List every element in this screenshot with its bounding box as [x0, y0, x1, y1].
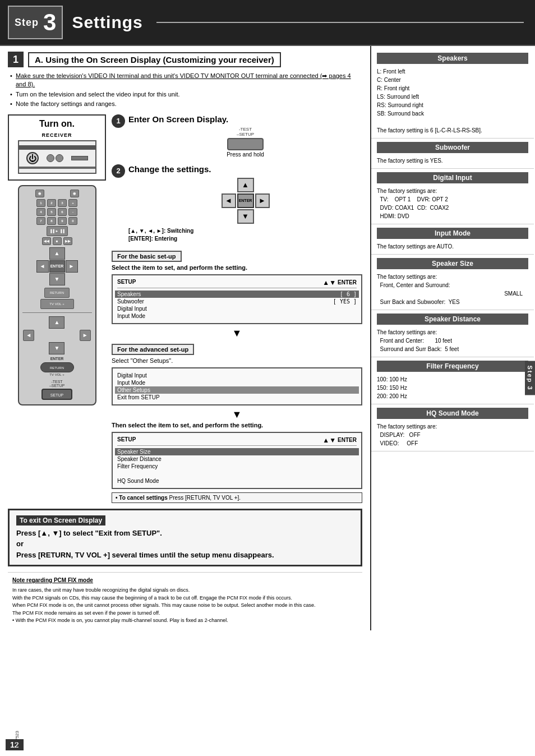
enter-label: ENTER: [22, 357, 92, 361]
adv-row-input-mode: Input Mode: [117, 379, 357, 386]
remote-btn[interactable]: 5: [47, 208, 56, 216]
nav-left-button[interactable]: ◄: [36, 260, 49, 273]
input-mode-label: Input Mode: [117, 313, 145, 319]
test-setup-label2: -TEST–SETUP: [128, 127, 362, 137]
turn-on-box: Turn on. RECEIVER ⏻: [8, 114, 106, 181]
step3-side-label: Step 3: [525, 361, 535, 395]
remote-btn[interactable]: -: [68, 208, 77, 216]
remote-btn[interactable]: ■: [53, 237, 62, 245]
power-button-icon[interactable]: ⏻: [26, 152, 39, 164]
advanced-header: SETUP ▲▼ ENTER: [117, 436, 357, 446]
down-arrow-icon: ▼: [237, 209, 254, 224]
setup-row-speakers: Speakers [ 6 ]: [115, 291, 359, 298]
remote-btn[interactable]: ◉: [70, 190, 79, 197]
turn-on-label: Turn on.: [13, 119, 100, 129]
exit-text3: Press [RETURN, TV VOL +] several times u…: [16, 551, 274, 559]
remote-control-illustration: ◉ ◉ 1 2 3 + 4 5 6 -: [18, 185, 96, 405]
adv-row-filter-freq: Filter Frequency: [117, 463, 357, 470]
press-hold-label: Press and hold: [128, 151, 362, 158]
enter-button[interactable]: ENTER: [49, 260, 65, 273]
left-arrow-icon: ◄: [222, 193, 236, 208]
panel-speaker-dist-body: The factory settings are: Front and Cent…: [377, 328, 528, 353]
enter-label-basic: ENTER: [338, 279, 357, 285]
remote-btn[interactable]: ▐▐ ► ▐▐: [47, 226, 68, 236]
bullet-item: Note the factory settings and ranges.: [10, 100, 362, 108]
page-header: Step 3 Settings: [0, 0, 535, 46]
test-setup-label: -TEST–SETUP: [22, 380, 92, 388]
panel-speakers-title: Speakers: [377, 53, 528, 64]
remote-btn[interactable]: ◉: [35, 190, 44, 197]
panel-hq-sound-body: The factory settings are: DISPLAY: OFF V…: [377, 422, 528, 448]
panel-speaker-size: Speaker Size The factory settings are: F…: [371, 255, 534, 310]
remote-btn[interactable]: 3: [58, 199, 67, 207]
nav-down-button[interactable]: ▼: [49, 273, 65, 285]
remote-btn[interactable]: 2: [47, 199, 56, 207]
panel-filter-freq-body: 100: 100 Hz 150: 150 Hz 200: 200 Hz: [377, 375, 528, 400]
nav-right-button[interactable]: ►: [66, 260, 78, 273]
right-arrow-icon: ►: [255, 193, 270, 208]
panel-subwoofer-body: The factory setting is YES.: [377, 156, 528, 165]
adv-setup-title: SETUP: [117, 436, 136, 444]
step1-main: Enter On Screen Display.: [128, 114, 362, 125]
step-box: Step 3: [8, 6, 63, 39]
remote-btn[interactable]: +: [68, 199, 77, 207]
return-button[interactable]: RETURN: [44, 288, 70, 298]
tvvol-label: TV VOL +: [22, 373, 92, 376]
main-content: 1 A. Using the On Screen Display (Custom…: [0, 46, 535, 630]
up-arrow-icon: ▲: [237, 178, 254, 192]
basic-setup-sublabel: Select the item to set, and perform the …: [112, 264, 362, 271]
basic-setup-label: For the basic set-up: [112, 251, 182, 262]
setup-title: SETUP: [117, 279, 136, 287]
receiver-illustration: ⏻: [18, 140, 96, 174]
remote-btn[interactable]: 0: [68, 217, 77, 225]
left-button[interactable]: ◄: [23, 330, 34, 341]
return-btn2[interactable]: RETURN: [40, 362, 74, 372]
remote-btn[interactable]: 8: [47, 217, 56, 225]
cancel-text: Press [RETURN, TV VOL +].: [169, 495, 241, 501]
step-circle-1: 1: [112, 114, 125, 128]
setup-header: SETUP ▲▼ ENTER: [117, 279, 357, 288]
tv-vol-button[interactable]: TV VOL +: [40, 299, 74, 309]
step2-main: Change the settings.: [128, 164, 362, 174]
advanced-setup-box: Digital Input Input Mode Other Setups Ex…: [112, 367, 362, 405]
bullet-item: Turn on the television and select the vi…: [10, 90, 362, 99]
adv-row-speaker-size: Speaker Size: [115, 448, 359, 455]
step-number: 3: [43, 9, 56, 36]
advanced-setup-section: For the advanced set-up Select "Other Se…: [112, 340, 362, 405]
remote-btn[interactable]: 7: [36, 217, 45, 225]
setup-button[interactable]: SETUP: [41, 389, 72, 400]
receiver-label: RECEIVER: [13, 132, 100, 138]
step2-text: Change the settings. ▲ ◄ ENTER ► ▼: [128, 164, 362, 243]
nav-up-button[interactable]: ▲: [49, 247, 65, 260]
remote-btn[interactable]: 9: [58, 217, 67, 225]
adv-row-empty: [117, 470, 357, 477]
right-button[interactable]: ►: [80, 330, 91, 341]
adv-row-digital: Digital Input: [117, 372, 357, 379]
step2-sub: [▲, ▼, ◄, ►]: Switching[ENTER]: Entering: [128, 227, 362, 243]
panel-subwoofer: Subwoofer The factory setting is YES.: [371, 139, 534, 169]
panel-digital-input: Digital Input The factory settings are: …: [371, 169, 534, 224]
advanced-setup-label: For the advanced set-up: [112, 344, 194, 355]
cancel-box: • To cancel settings Press [RETURN, TV V…: [112, 492, 362, 503]
nav-down-btn2[interactable]: ▼: [49, 342, 64, 354]
subwoofer-label: Subwoofer: [117, 298, 144, 305]
arrow-down-icon: ▼: [112, 328, 362, 339]
remote-btn[interactable]: ◀◀: [42, 237, 51, 245]
remote-btn[interactable]: 6: [58, 208, 67, 216]
setup-btn-illus: [227, 138, 264, 150]
exit-text1: Press [▲, ▼] to select "Exit from SETUP"…: [16, 529, 162, 537]
nav-up-btn2[interactable]: ▲: [49, 316, 64, 329]
remote-btn[interactable]: 4: [36, 208, 45, 216]
note-area: Note regarding PCM FIX mode In rare case…: [8, 572, 362, 625]
remote-btn[interactable]: 1: [36, 199, 45, 207]
remote-btn[interactable]: ▶▶: [63, 237, 72, 245]
step-label: Step: [15, 17, 39, 29]
adv-enter-label: ENTER: [338, 437, 357, 443]
basic-setup-box: SETUP ▲▼ ENTER Speakers [ 6 ] Subwoofer: [112, 274, 362, 324]
panel-digital-title: Digital Input: [377, 172, 528, 183]
remote-top-area: ◉ ◉ 1 2 3 + 4 5 6 -: [22, 190, 92, 245]
panel-subwoofer-title: Subwoofer: [377, 142, 528, 153]
setup-row-subwoofer: Subwoofer [ YES ]: [117, 298, 357, 305]
panel-speakers-body: L: Front left C: Center R: Front right L…: [377, 67, 528, 135]
device-area: Turn on. RECEIVER ⏻: [8, 114, 106, 405]
